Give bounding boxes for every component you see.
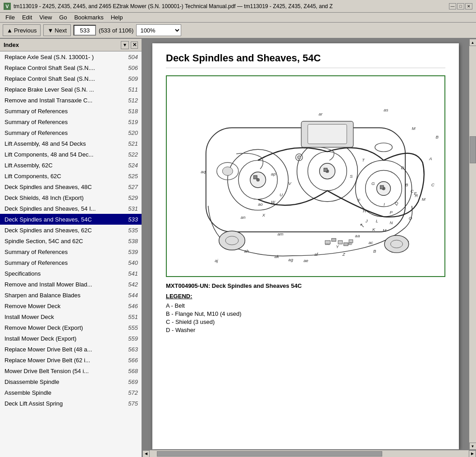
- menu-edit[interactable]: Edit: [18, 13, 36, 22]
- scrollbar-track[interactable]: [469, 46, 476, 443]
- svg-point-75: [384, 235, 409, 253]
- sidebar-item-label-23: Remove Mower Deck: [5, 303, 125, 309]
- sidebar-item-11[interactable]: Lift Components, 62C525: [0, 171, 142, 181]
- sidebar-item-label-24: Install Mower Deck: [5, 314, 125, 320]
- sidebar-item-3[interactable]: Replace Brake Lever Seal (S.N. ...511: [0, 84, 142, 95]
- menu-go[interactable]: Go: [55, 13, 70, 22]
- sidebar-header: Index ▼ ✕: [0, 39, 142, 51]
- sidebar-item-20[interactable]: Specifications541: [0, 268, 142, 279]
- sidebar-item-10[interactable]: Lift Assembly, 62C524: [0, 160, 142, 171]
- sidebar-item-label-18: Summary of References: [5, 249, 125, 255]
- menu-view[interactable]: View: [36, 13, 55, 22]
- app-icon: V: [4, 3, 11, 10]
- sidebar-item-5[interactable]: Summary of References518: [0, 106, 142, 116]
- svg-text:L: L: [376, 218, 378, 223]
- page-number-input[interactable]: [73, 25, 96, 36]
- sidebar-item-23[interactable]: Remove Mower Deck546: [0, 300, 142, 311]
- sidebar-item-label-11: Lift Components, 62C: [5, 173, 125, 180]
- bottom-scroll-track[interactable]: [157, 451, 462, 457]
- svg-text:Y: Y: [336, 244, 339, 249]
- svg-text:J: J: [365, 218, 368, 223]
- sidebar-item-30[interactable]: Disassemble Spindle569: [0, 376, 142, 387]
- sidebar-item-27[interactable]: Replace Mower Drive Belt (48 a...563: [0, 344, 142, 355]
- sidebar-item-22[interactable]: Sharpen and Balance Blades544: [0, 290, 142, 300]
- sidebar-item-label-22: Sharpen and Balance Blades: [5, 292, 125, 299]
- menu-file[interactable]: File: [2, 13, 18, 22]
- svg-text:aq: aq: [201, 169, 206, 174]
- sidebar-item-26[interactable]: Install Mower Deck (Export)559: [0, 333, 142, 344]
- scrollable-content[interactable]: Deck Spindles and Sheaves, 54C: [142, 39, 469, 450]
- menu-bar: File Edit View Go Bookmarks Help: [0, 13, 476, 23]
- sidebar-item-page-12: 527: [125, 184, 138, 190]
- sidebar-item-9[interactable]: Lift Components, 48 and 54 Dec...522: [0, 149, 142, 160]
- sidebar-item-31[interactable]: Assemble Spindle572: [0, 387, 142, 398]
- sidebar-item-29[interactable]: Mower Drive Belt Tension (54 i...568: [0, 365, 142, 376]
- sidebar-item-label-27: Replace Mower Drive Belt (48 a...: [5, 346, 125, 353]
- svg-text:P: P: [389, 210, 393, 215]
- menu-help[interactable]: Help: [107, 13, 127, 22]
- scroll-left-button[interactable]: ◀: [142, 450, 150, 457]
- sidebar-item-17[interactable]: Spindle Section, 54C and 62C538: [0, 235, 142, 246]
- title-bar: V tm113019 - Z425, Z435, Z445, and Z465 …: [0, 0, 476, 13]
- svg-text:X: X: [262, 212, 265, 217]
- svg-text:ao: ao: [258, 202, 263, 207]
- scroll-up-button[interactable]: ▲: [469, 39, 476, 46]
- svg-text:W: W: [271, 199, 275, 204]
- svg-text:C: C: [431, 182, 435, 187]
- sidebar-item-13[interactable]: Deck Shields, 48 Inch (Export)529: [0, 192, 142, 203]
- sidebar-item-19[interactable]: Summary of References540: [0, 257, 142, 268]
- sidebar-item-7[interactable]: Summary of References520: [0, 127, 142, 138]
- sidebar-item-label-19: Summary of References: [5, 259, 125, 266]
- svg-text:C: C: [411, 189, 414, 194]
- svg-text:V: V: [288, 181, 292, 186]
- svg-rect-13: [254, 175, 257, 179]
- scroll-right-button[interactable]: ▶: [469, 450, 476, 457]
- sidebar-item-label-15: Deck Spindles and Sheaves, 54C: [5, 216, 125, 223]
- sidebar-item-28[interactable]: Replace Mower Drive Belt (62 i...566: [0, 355, 142, 365]
- sidebar-item-label-25: Remove Mower Deck (Export): [5, 324, 125, 331]
- sidebar-item-page-30: 569: [125, 379, 138, 385]
- sidebar-dropdown-button[interactable]: ▼: [121, 41, 129, 49]
- sidebar-item-page-22: 544: [125, 292, 138, 299]
- scroll-down-button[interactable]: ▼: [469, 443, 476, 450]
- sidebar-close-button[interactable]: ✕: [131, 42, 138, 49]
- sidebar-item-label-30: Disassemble Spindle: [5, 379, 125, 385]
- menu-bookmarks[interactable]: Bookmarks: [71, 13, 107, 22]
- toolbar: ▲ Previous ▼ Next (533 of 1106) 100% 75%…: [0, 23, 476, 39]
- sidebar-item-page-2: 509: [125, 75, 138, 82]
- maximize-button[interactable]: □: [457, 3, 464, 9]
- svg-text:T: T: [362, 157, 365, 162]
- sidebar-item-24[interactable]: Install Mower Deck551: [0, 311, 142, 322]
- sidebar-item-6[interactable]: Summary of References519: [0, 116, 142, 127]
- sidebar-item-16[interactable]: Deck Spindles and Sheaves, 62C535: [0, 225, 142, 235]
- sidebar-item-25[interactable]: Remove Mower Deck (Export)555: [0, 322, 142, 333]
- sidebar-item-4[interactable]: Remove and Install Transaxle C...512: [0, 95, 142, 106]
- close-button[interactable]: ✕: [465, 3, 472, 9]
- diagram-svg: ar as M B A C: [171, 81, 440, 270]
- svg-text:B: B: [373, 249, 376, 254]
- previous-button[interactable]: ▲ Previous: [3, 24, 41, 36]
- sidebar-item-14[interactable]: Deck Spindles and Sheaves, 54 I...531: [0, 203, 142, 214]
- zoom-select[interactable]: 100% 75% 50% 125% 150%: [136, 24, 181, 36]
- sidebar-item-1[interactable]: Replace Control Shaft Seal (S.N....506: [0, 62, 142, 73]
- sidebar-item-21[interactable]: Remove and Install Mower Blad...542: [0, 279, 142, 290]
- svg-rect-83: [308, 125, 347, 144]
- sidebar-item-0[interactable]: Replace Axle Seal (S.N. 130001- )504: [0, 51, 142, 62]
- sidebar-item-8[interactable]: Lift Assembly, 48 and 54 Decks521: [0, 138, 142, 149]
- svg-text:K: K: [372, 227, 375, 232]
- minimize-button[interactable]: —: [449, 3, 456, 9]
- sidebar-item-15[interactable]: Deck Spindles and Sheaves, 54C533: [0, 214, 142, 225]
- next-button[interactable]: ▼ Next: [43, 24, 71, 36]
- page-count-label: (533 of 1106): [99, 27, 133, 34]
- sidebar-item-12[interactable]: Deck Spindles and Sheaves, 48C527: [0, 181, 142, 192]
- legend-item-c: C - Shield (3 used): [166, 319, 445, 325]
- sidebar-item-page-11: 525: [125, 173, 138, 180]
- sidebar-item-label-20: Specifications: [5, 270, 125, 277]
- sidebar-item-32[interactable]: Deck Lift Assist Spring575: [0, 398, 142, 409]
- sidebar-item-page-26: 559: [125, 335, 138, 342]
- sidebar-item-2[interactable]: Replace Control Shaft Seal (S.N....509: [0, 73, 142, 84]
- sidebar-item-18[interactable]: Summary of References539: [0, 246, 142, 257]
- scrollbar-thumb[interactable]: [470, 136, 476, 163]
- sidebar-item-page-3: 511: [125, 86, 138, 93]
- bottom-scroll-thumb[interactable]: [157, 451, 382, 457]
